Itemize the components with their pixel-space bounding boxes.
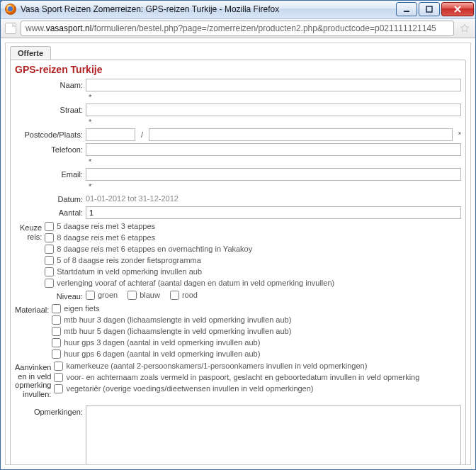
req-mark: * bbox=[455, 130, 461, 139]
label-niveau: Niveau: bbox=[15, 290, 86, 301]
label-telefoon: Telefoon: bbox=[15, 143, 86, 155]
label-aanvinken: Aanvinken en in veld opmerking invullen: bbox=[15, 361, 54, 399]
label-postcode: Postcode/Plaats: bbox=[15, 128, 86, 140]
chk-mat-2[interactable] bbox=[52, 327, 61, 336]
opt: verlenging vooraf of achteraf (aantal da… bbox=[57, 279, 334, 287]
opmerkingen-field[interactable] bbox=[86, 405, 461, 465]
opt: 8 daagse reis met 6 etappes en overnacht… bbox=[57, 245, 252, 253]
chk-keuze-2[interactable] bbox=[45, 245, 54, 254]
chk-aan-1[interactable] bbox=[54, 373, 63, 382]
email-field[interactable] bbox=[86, 168, 461, 181]
opt: mtb huur 5 dagen (lichaamslengte in veld… bbox=[64, 327, 291, 335]
chk-keuze-4[interactable] bbox=[45, 267, 54, 276]
url-path: /formulieren/bestel.php?page=/zomerreize… bbox=[91, 23, 436, 33]
label-email: Email: bbox=[15, 168, 86, 179]
bookmark-star-icon[interactable] bbox=[458, 22, 471, 35]
opt: Startdatum in veld opmerking invullen au… bbox=[57, 267, 202, 276]
url-host: vasasport.nl bbox=[46, 23, 92, 33]
chk-keuze-0[interactable] bbox=[45, 222, 54, 231]
address-bar: www.vasasport.nl/formulieren/bestel.php?… bbox=[1, 19, 475, 38]
label-aantal: Aantal: bbox=[15, 206, 86, 218]
svg-rect-0 bbox=[404, 11, 409, 12]
tab-offerte[interactable]: Offerte bbox=[10, 46, 51, 60]
opt: mtb huur 3 dagen (lichaamslengte in veld… bbox=[64, 315, 291, 324]
window-buttons bbox=[396, 2, 475, 16]
chk-keuze-5[interactable] bbox=[45, 279, 54, 288]
opt: vegetariër (overige voedings/dieetwensen… bbox=[66, 384, 313, 393]
chk-mat-3[interactable] bbox=[52, 338, 61, 347]
req-mark: * bbox=[86, 118, 91, 126]
opt: huur gps 6 dagen (aantal in veld opmerki… bbox=[64, 349, 260, 358]
postcode-field[interactable] bbox=[86, 128, 135, 141]
opt: blauw bbox=[140, 291, 160, 299]
chk-mat-0[interactable] bbox=[52, 304, 61, 313]
chk-aan-2[interactable] bbox=[54, 384, 63, 393]
datum-text: 01-01-2012 tot 31-12-2012 bbox=[86, 193, 178, 204]
label-naam: Naam: bbox=[15, 79, 86, 90]
chk-niveau-1[interactable] bbox=[128, 291, 137, 300]
firefox-icon bbox=[5, 4, 16, 15]
straat-field[interactable] bbox=[86, 103, 461, 116]
url-box[interactable]: www.vasasport.nl/formulieren/bestel.php?… bbox=[21, 21, 454, 36]
opt: huur gps 3 dagen (aantal in veld opmerki… bbox=[64, 338, 260, 347]
label-materiaal: Materiaal: bbox=[15, 303, 52, 315]
opt: rood bbox=[182, 291, 198, 299]
req-mark: * bbox=[86, 157, 91, 166]
telefoon-field[interactable] bbox=[86, 143, 461, 156]
aanvinken-group: kamerkeuze (aantal 2-persoonskamers/1-pe… bbox=[54, 361, 461, 393]
chk-keuze-1[interactable] bbox=[45, 233, 54, 242]
label-straat: Straat: bbox=[15, 103, 86, 115]
minimize-button[interactable] bbox=[396, 2, 417, 16]
niveau-group: groen blauw rood bbox=[86, 290, 461, 300]
browser-window: Vasa Sport Reizen Zomerreizen: GPS-reize… bbox=[0, 0, 476, 470]
viewport: Offerte GPS-reizen Turkije Naam: * Straa… bbox=[1, 38, 475, 469]
slash: / bbox=[138, 130, 146, 139]
form-title: GPS-reizen Turkije bbox=[15, 62, 461, 78]
opt: kamerkeuze (aantal 2-persoonskamers/1-pe… bbox=[66, 362, 367, 370]
keuze-group: 5 daagse reis met 3 etappes 8 daagse rei… bbox=[45, 221, 461, 288]
opt: eigen fiets bbox=[64, 304, 99, 313]
opt: 5 daagse reis met 3 etappes bbox=[57, 222, 155, 230]
chk-niveau-2[interactable] bbox=[170, 291, 179, 300]
naam-field[interactable] bbox=[86, 79, 461, 91]
opt: 8 daagse reis met 6 etappes bbox=[57, 233, 155, 242]
chk-mat-1[interactable] bbox=[52, 315, 61, 325]
opt: voor- en achternaam zoals vermeld in pas… bbox=[66, 373, 419, 381]
opt: groen bbox=[98, 291, 118, 299]
plaats-field[interactable] bbox=[149, 128, 453, 141]
chk-niveau-0[interactable] bbox=[86, 291, 95, 300]
window-titlebar: Vasa Sport Reizen Zomerreizen: GPS-reize… bbox=[1, 1, 475, 19]
form-panel: GPS-reizen Turkije Naam: * Straat: * Pos… bbox=[10, 60, 466, 465]
window-title: Vasa Sport Reizen Zomerreizen: GPS-reize… bbox=[21, 4, 396, 14]
close-button[interactable] bbox=[441, 2, 474, 16]
label-opmerkingen: Opmerkingen: bbox=[15, 405, 86, 417]
svg-rect-1 bbox=[426, 6, 432, 12]
chk-mat-4[interactable] bbox=[52, 349, 61, 359]
chk-aan-0[interactable] bbox=[54, 362, 63, 371]
url-prefix: www. bbox=[26, 23, 46, 33]
label-datum: Datum: bbox=[15, 193, 86, 204]
req-mark: * bbox=[86, 93, 91, 101]
req-mark: * bbox=[86, 182, 91, 191]
label-keuze: Keuze reis: bbox=[15, 221, 45, 241]
maximize-button[interactable] bbox=[419, 2, 440, 16]
opt: 5 of 8 daagse reis zonder fietsprogramma bbox=[57, 256, 201, 264]
materiaal-group: eigen fiets mtb huur 3 dagen (lichaamsle… bbox=[52, 303, 461, 359]
aantal-field[interactable] bbox=[86, 206, 461, 219]
form-container: Offerte GPS-reizen Turkije Naam: * Straa… bbox=[5, 43, 471, 465]
page-icon bbox=[5, 23, 16, 34]
chk-keuze-3[interactable] bbox=[45, 256, 54, 265]
